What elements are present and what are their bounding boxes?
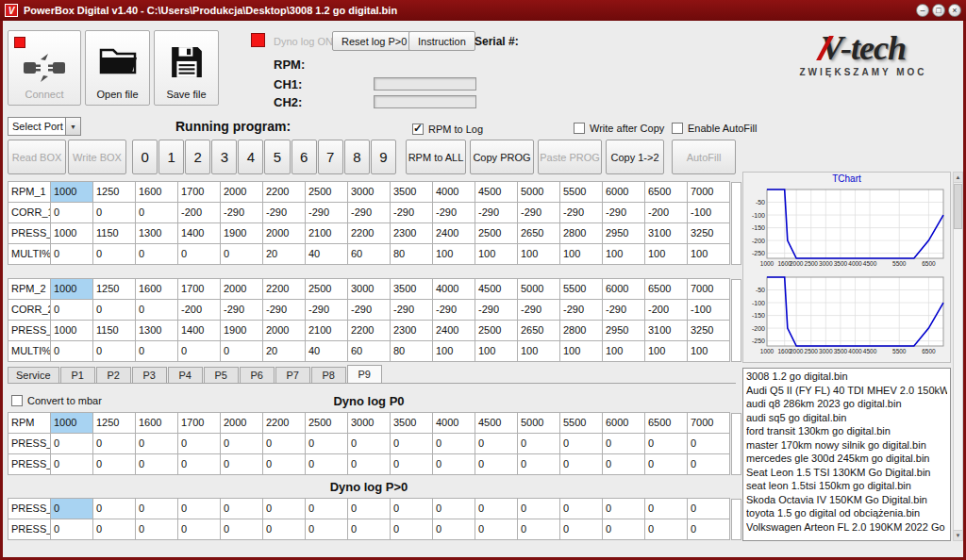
digit-button-1[interactable]: 1	[158, 140, 184, 174]
table-cell[interactable]: 5000	[518, 413, 560, 434]
table-cell[interactable]: -290	[391, 300, 433, 321]
file-item[interactable]: Audi Q5 II (FY FL) 40 TDI MHEV 2.0 150kW…	[746, 384, 947, 398]
digit-button-7[interactable]: 7	[318, 140, 343, 174]
table-cell[interactable]: 0	[221, 434, 263, 454]
table-cell[interactable]: 2200	[348, 223, 391, 244]
table-cell[interactable]: 0	[51, 341, 93, 362]
table-cell[interactable]: 1250	[93, 182, 136, 203]
table-cell[interactable]: 6000	[603, 413, 645, 434]
table-cell[interactable]: 0	[178, 499, 221, 519]
table-cell[interactable]: 0	[603, 434, 645, 454]
table-cell[interactable]: 0	[560, 454, 603, 475]
read-box-button[interactable]: Read BOX	[8, 140, 66, 174]
write-after-copy-checkbox[interactable]: Write after Copy	[574, 123, 664, 134]
table-cell[interactable]: 3250	[688, 223, 730, 244]
table-cell[interactable]: 0	[348, 519, 391, 540]
table-cell[interactable]: 0	[51, 499, 93, 519]
table-cell[interactable]: 1600	[136, 182, 178, 203]
table-cell[interactable]: 0	[263, 454, 306, 475]
table-cell[interactable]: 1600	[136, 279, 178, 300]
table-cell[interactable]: 2300	[391, 223, 433, 244]
table-cell[interactable]: 4500	[475, 279, 518, 300]
table-cell[interactable]: -200	[178, 203, 221, 223]
table-cell[interactable]: 100	[603, 244, 645, 265]
table-cell[interactable]: -200	[178, 300, 221, 321]
table-cell[interactable]: 1900	[221, 223, 263, 244]
table-cell[interactable]: 0	[391, 434, 433, 454]
file-item[interactable]: toyota 1.5 go digital od obciążenia.bin	[746, 506, 947, 520]
table-cell[interactable]: 0	[391, 519, 433, 540]
table-cell[interactable]: 1700	[178, 279, 221, 300]
instruction-button[interactable]: Instruction	[408, 31, 475, 51]
digit-button-5[interactable]: 5	[264, 140, 290, 174]
table-scrollbar[interactable]	[731, 182, 741, 265]
table-cell[interactable]: 0	[645, 454, 688, 475]
select-port-dropdown[interactable]: Select Port ▼	[8, 117, 81, 136]
table-cell[interactable]: 1400	[178, 223, 221, 244]
table-cell[interactable]: 0	[178, 434, 221, 454]
table-cell[interactable]: 2500	[475, 321, 518, 341]
table-cell[interactable]: 40	[306, 341, 348, 362]
table-cell[interactable]: 1900	[221, 321, 263, 341]
table-cell[interactable]: 6500	[645, 413, 688, 434]
table-cell[interactable]: 0	[645, 519, 688, 540]
file-item[interactable]: mercedes gle 300d 245km go digital.bin	[746, 452, 947, 466]
table-cell[interactable]: 0	[603, 519, 645, 540]
table-cell[interactable]: 2400	[433, 223, 475, 244]
rpm-to-all-button[interactable]: RPM to ALL	[406, 140, 466, 174]
table-cell[interactable]: 0	[136, 341, 178, 362]
scroll-down-icon[interactable]: ▼	[954, 530, 962, 540]
table-cell[interactable]: 3250	[688, 321, 730, 341]
connect-button[interactable]: Connect	[8, 30, 81, 106]
table-cell[interactable]: 100	[475, 244, 518, 265]
table-cell[interactable]: 0	[263, 434, 306, 454]
scrollbar-thumb[interactable]	[954, 184, 962, 229]
table-cell[interactable]: 100	[603, 341, 645, 362]
table-cell[interactable]: 0	[306, 519, 348, 540]
table-cell[interactable]: 0	[433, 519, 475, 540]
table-cell[interactable]: 0	[645, 434, 688, 454]
table-cell[interactable]: 2000	[221, 413, 263, 434]
table-cell[interactable]: 0	[93, 454, 136, 475]
digit-button-6[interactable]: 6	[291, 140, 317, 174]
file-item[interactable]: Volkswagen Arteon FL 2.0 190KM 2022 Go D…	[746, 520, 947, 535]
tab-service[interactable]: Service	[8, 367, 59, 383]
table-cell[interactable]: 0	[178, 519, 221, 540]
tab-p9[interactable]: P9	[347, 365, 382, 383]
tab-p7[interactable]: P7	[275, 367, 310, 383]
table-cell[interactable]: 3000	[348, 413, 391, 434]
table-cell[interactable]: 0	[560, 519, 603, 540]
table-cell[interactable]: 0	[51, 244, 93, 265]
table-cell[interactable]: -290	[518, 203, 560, 223]
table-cell[interactable]: 4000	[433, 279, 475, 300]
table-cell[interactable]: 4500	[475, 413, 518, 434]
table-cell[interactable]: 0	[391, 499, 433, 519]
table-cell[interactable]: 0	[391, 454, 433, 475]
tab-p6[interactable]: P6	[240, 367, 275, 383]
table-cell[interactable]: 20	[263, 341, 306, 362]
table-cell[interactable]: 2500	[306, 413, 348, 434]
table-cell[interactable]: 2650	[518, 321, 560, 341]
tab-p8[interactable]: P8	[311, 367, 346, 383]
table-cell[interactable]: 0	[51, 454, 93, 475]
digit-button-3[interactable]: 3	[211, 140, 237, 174]
table-cell[interactable]: 5500	[560, 279, 603, 300]
table-cell[interactable]: 0	[178, 341, 221, 362]
table-cell[interactable]: -290	[475, 203, 518, 223]
copy-1-to-2-button[interactable]: Copy 1->2	[606, 140, 664, 174]
table-cell[interactable]: 1700	[178, 182, 221, 203]
table-cell[interactable]: 0	[433, 454, 475, 475]
table-cell[interactable]: 0	[221, 519, 263, 540]
table-cell[interactable]: 5000	[518, 182, 560, 203]
table-cell[interactable]: 1300	[136, 223, 178, 244]
table-cell[interactable]: 2400	[433, 321, 475, 341]
table-cell[interactable]: -290	[475, 300, 518, 321]
table-cell[interactable]: 2800	[560, 321, 603, 341]
table-cell[interactable]: 0	[475, 434, 518, 454]
table-cell[interactable]: 0	[306, 454, 348, 475]
table-cell[interactable]: 0	[136, 499, 178, 519]
table-cell[interactable]: 2200	[263, 279, 306, 300]
table-cell[interactable]: 60	[348, 244, 391, 265]
table-cell[interactable]: 0	[51, 300, 93, 321]
digit-button-4[interactable]: 4	[238, 140, 263, 174]
